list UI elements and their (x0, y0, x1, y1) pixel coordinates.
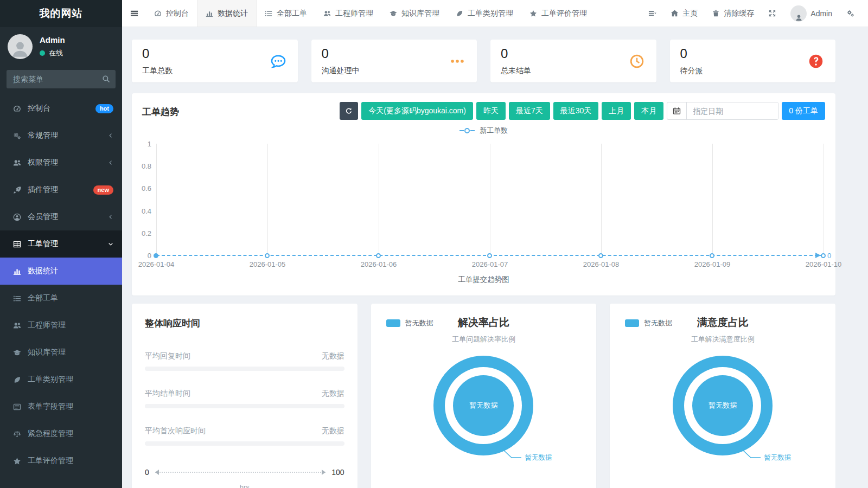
legend-label: 暂无数据 (644, 318, 672, 328)
table-icon (12, 240, 22, 248)
range-this-month-button[interactable]: 本月 (634, 102, 663, 120)
range-30days-button[interactable]: 最近30天 (553, 102, 599, 120)
sidebar-item-general-mgmt[interactable]: 常规管理 (0, 122, 122, 149)
workorder-count-button[interactable]: 0 份工单 (782, 102, 825, 120)
sidebar-item-members[interactable]: 会员管理 (0, 203, 122, 230)
sidebar-item-workorder-reviews[interactable]: 工单评价管理 (0, 447, 122, 474)
sidebar-item-label: 权限管理 (28, 158, 108, 168)
search-icon (102, 75, 110, 83)
data-point-marker (821, 253, 826, 258)
sidebar-item-permissions[interactable]: 权限管理 (0, 149, 122, 176)
bar-chart-icon (206, 10, 213, 17)
gauge-icon (154, 10, 162, 17)
range-last-month-button[interactable]: 上月 (602, 102, 631, 120)
sidebar-item-engineers[interactable]: 工程师管理 (0, 312, 122, 339)
range-today-button[interactable]: 今天(更多源码bygoukai.com) (361, 102, 473, 120)
fullscreen-button[interactable] (761, 0, 783, 27)
tab-label: 知识库管理 (401, 9, 439, 18)
scale-min-label: 0 (145, 468, 149, 477)
user-avatar-icon (795, 14, 803, 22)
menu-list-dropdown[interactable] (641, 0, 663, 27)
settings-button[interactable] (839, 0, 861, 27)
tab-all-workorders[interactable]: 全部工单 (257, 0, 315, 27)
hours-range-slider[interactable] (155, 472, 326, 473)
donut-center-label: 暂无数据 (709, 401, 737, 410)
metric-label: 平均结单时间 (145, 389, 190, 399)
ellipsis-icon (450, 54, 465, 69)
progress-bar-track (145, 441, 344, 446)
sidebar-item-plugins[interactable]: 插件管理 new (0, 176, 122, 203)
topbar: 控制台 数据统计 全部工单 工程师管理 知识库管理 工单类别管理 (122, 0, 868, 27)
user-menu[interactable]: Admin (783, 0, 839, 27)
pie-legend[interactable]: 暂无数据 (386, 318, 433, 328)
refresh-button[interactable] (340, 102, 358, 120)
sidebar-item-console[interactable]: 控制台 hot (0, 95, 122, 122)
chart-legend[interactable]: 新工单数 (142, 126, 825, 136)
new-badge: new (93, 185, 113, 195)
tab-label: 控制台 (166, 9, 189, 18)
sidebar-toggle-button[interactable] (122, 0, 146, 27)
tab-label: 数据统计 (218, 9, 248, 18)
stat-value: 0 (322, 46, 360, 61)
search-input[interactable] (7, 70, 116, 88)
sidebar-item-workorder-mgmt[interactable]: 工单管理 (0, 230, 122, 258)
y-axis-tick-label: 0.4 (142, 207, 151, 215)
metric-value: 无数据 (322, 389, 344, 399)
tab-workorder-reviews[interactable]: 工单评价管理 (521, 0, 595, 27)
sidebar-item-workorder-categories[interactable]: 工单类别管理 (0, 366, 122, 393)
tab-label: 工单类别管理 (468, 9, 513, 18)
data-point-marker (710, 253, 714, 258)
app-logo[interactable]: 我的网站 (0, 0, 122, 27)
range-yesterday-button[interactable]: 昨天 (476, 102, 506, 120)
topbar-user-name: Admin (810, 9, 832, 18)
clear-cache-button[interactable]: 清除缓存 (705, 0, 761, 27)
pie-legend[interactable]: 暂无数据 (625, 318, 672, 328)
callout-label: 暂无数据 (764, 453, 791, 463)
stat-label: 沟通处理中 (322, 66, 360, 76)
sidebar-item-label: 工单评价管理 (28, 456, 113, 466)
tab-workorder-categories[interactable]: 工单类别管理 (448, 0, 521, 27)
progress-bar-track (145, 367, 344, 371)
sidebar-item-label: 工程师管理 (28, 320, 113, 330)
sidebar-item-label: 数据统计 (28, 266, 113, 276)
sidebar-item-label: 表单字段管理 (28, 402, 113, 412)
chevron-left-icon (108, 214, 113, 220)
gridline (490, 144, 490, 255)
sidebar-item-urgency[interactable]: 紧急程度管理 (0, 420, 122, 447)
hot-badge: hot (95, 104, 113, 113)
scale-max-label: 100 (331, 468, 344, 477)
home-button[interactable]: 主页 (663, 0, 705, 27)
range-7days-button[interactable]: 最近7天 (509, 102, 550, 120)
x-axis-tick-label: 2026-01-06 (361, 260, 397, 268)
question-circle-icon (808, 54, 824, 69)
tab-data-stats[interactable]: 数据统计 (197, 0, 257, 27)
gridline (712, 144, 713, 255)
sidebar-user-panel: Admin 在线 (0, 27, 122, 65)
legend-label: 暂无数据 (405, 318, 433, 328)
tab-knowledge-base[interactable]: 知识库管理 (381, 0, 448, 27)
sidebar-item-knowledge-base[interactable]: 知识库管理 (0, 339, 122, 366)
form-icon (12, 403, 22, 411)
date-input[interactable] (687, 102, 778, 119)
list-caret-icon (648, 9, 656, 17)
star-icon (12, 457, 22, 465)
trend-toolbar: 今天(更多源码bygoukai.com) 昨天 最近7天 最近30天 上月 本月… (340, 102, 825, 120)
sidebar-item-data-stats[interactable]: 数据统计 (0, 258, 122, 285)
tab-console[interactable]: 控制台 (146, 0, 197, 27)
sidebar-item-form-fields[interactable]: 表单字段管理 (0, 393, 122, 420)
line-end-arrow (815, 253, 821, 258)
gridline (156, 144, 157, 255)
gridline (379, 144, 379, 255)
donut-chart: 暂无数据 暂无数据 (433, 356, 533, 481)
calendar-addon[interactable] (667, 102, 687, 119)
sidebar-item-all-workorders[interactable]: 全部工单 (0, 285, 122, 312)
stat-label: 总未结单 (501, 66, 531, 76)
x-axis-tick-label: 2026-01-05 (250, 260, 286, 268)
tab-engineers[interactable]: 工程师管理 (315, 0, 381, 27)
stat-card-unresolved: 0 总未结单 (490, 40, 656, 82)
chart-caption: 工单提交趋势图 (142, 275, 825, 285)
sidebar: 我的网站 Admin 在线 控制台 hot 常规管理 权限管理 插件管理 (0, 0, 122, 488)
refresh-icon (345, 107, 353, 115)
resolution-rate-panel: 暂无数据 解决率占比 工单问题解决率比例 暂无数据 暂无数据 (371, 304, 597, 488)
stat-value: 0 (142, 46, 173, 61)
